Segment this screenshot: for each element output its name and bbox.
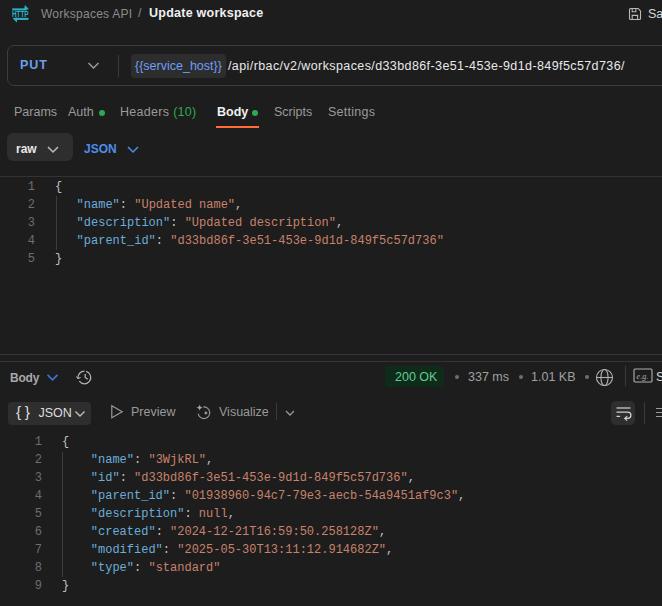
svg-text:HTTP: HTTP [12,9,29,19]
svg-text:e.g.: e.g. [637,372,649,381]
